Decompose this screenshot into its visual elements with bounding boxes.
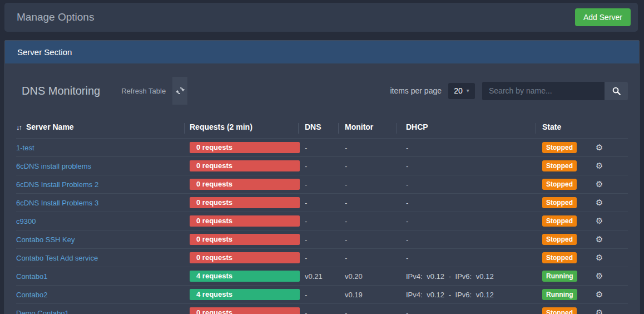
requests-badge: 0 requests: [190, 234, 300, 245]
dhcp-version-value: -: [397, 180, 536, 189]
search-group: [482, 82, 628, 100]
dns-version-value: -: [298, 180, 338, 189]
gear-icon[interactable]: ⚙: [596, 161, 603, 170]
add-server-button[interactable]: Add Server: [575, 8, 631, 26]
page-title: Manage Options: [17, 11, 94, 23]
dhcp-version-value: IPv4: v0.12 - IPv6: v0.12: [397, 272, 536, 281]
monitor-version-value: v0.19: [338, 291, 397, 299]
manage-options-bar: Manage Options Add Server: [4, 3, 638, 32]
monitor-version-value: -: [338, 236, 397, 244]
gear-icon[interactable]: ⚙: [596, 308, 603, 314]
gear-icon[interactable]: ⚙: [596, 290, 603, 299]
dns-version-value: -: [298, 236, 338, 244]
header-monitor: Monitor: [338, 122, 397, 131]
server-name-link[interactable]: 6cDNS Install Problems 2: [16, 180, 98, 189]
gear-icon[interactable]: ⚙: [596, 179, 603, 189]
requests-badge: 0 requests: [190, 252, 300, 263]
gear-icon[interactable]: ⚙: [596, 253, 603, 262]
table-row: Contabo Test Add service 0 requests - - …: [16, 248, 628, 267]
refresh-table-button[interactable]: [172, 77, 187, 105]
dns-version-value: -: [298, 199, 338, 207]
table-row: Contabo SSH Key 0 requests - - - Stopped…: [16, 230, 628, 248]
table-row: 6cDNS Install Problems 3 0 requests - - …: [16, 193, 628, 212]
requests-badge: 4 requests: [190, 271, 300, 282]
dhcp-version-value: -: [397, 162, 536, 170]
state-badge: Stopped: [542, 179, 577, 190]
gear-icon[interactable]: ⚙: [596, 143, 603, 152]
search-button[interactable]: [605, 82, 628, 100]
dns-version-value: -: [298, 254, 338, 262]
server-name-link[interactable]: 6cDNS Install Problems 3: [16, 199, 98, 207]
table-row: c9300 0 requests - - - Stopped ⚙: [16, 212, 628, 230]
table-row: Contabo1 4 requests v0.21 v0.20 IPv4: v0…: [16, 267, 628, 285]
server-name-link[interactable]: 6cDNS install problems: [16, 162, 91, 170]
state-badge: Stopped: [542, 252, 577, 263]
monitor-version-value: v0.20: [338, 272, 397, 281]
panel-title: DNS Monitoring: [22, 85, 100, 97]
caret-down-icon: ▾: [467, 88, 469, 94]
refresh-table-label: Refresh Table: [121, 87, 166, 95]
requests-badge: 0 requests: [190, 197, 300, 208]
state-badge: Stopped: [542, 234, 577, 245]
server-name-link[interactable]: 1-test: [16, 144, 34, 152]
gear-icon[interactable]: ⚙: [596, 198, 603, 207]
dhcp-version-value: IPv4: v0.12 - IPv6: v0.12: [397, 291, 536, 299]
search-input[interactable]: [482, 82, 605, 100]
table-row: Contabo2 4 requests - v0.19 IPv4: v0.12 …: [16, 285, 628, 303]
monitor-version-value: -: [338, 180, 397, 189]
monitor-version-value: -: [338, 144, 397, 152]
server-name-link[interactable]: Contabo2: [16, 291, 47, 299]
server-name-link[interactable]: Contabo Test Add service: [16, 254, 98, 262]
section-title: Server Section: [17, 47, 72, 57]
dhcp-version-value: -: [397, 254, 536, 262]
monitor-version-value: -: [338, 162, 397, 170]
table-header-row: ↓↑ Server Name Requests (2 min) DNS Moni…: [16, 116, 628, 138]
dns-version-value: v0.21: [298, 272, 338, 281]
dhcp-version-value: -: [397, 144, 536, 152]
state-badge: Stopped: [542, 307, 577, 314]
server-name-link[interactable]: Contabo SSH Key: [16, 236, 75, 244]
dhcp-version-value: -: [397, 236, 536, 244]
table-row: 6cDNS install problems 0 requests - - - …: [16, 156, 628, 175]
requests-badge: 0 requests: [190, 215, 300, 227]
items-per-page-select[interactable]: 20 ▾: [448, 83, 475, 99]
dns-version-value: -: [298, 144, 338, 152]
requests-badge: 0 requests: [190, 160, 300, 171]
sort-arrows-icon[interactable]: ↓↑: [16, 123, 21, 131]
state-badge: Stopped: [542, 160, 577, 171]
items-per-page-value: 20: [454, 86, 463, 95]
state-badge: Running: [542, 271, 577, 282]
refresh-icon: [175, 86, 185, 96]
state-badge: Stopped: [542, 142, 577, 153]
header-server-name[interactable]: ↓↑ Server Name: [16, 122, 184, 131]
state-badge: Running: [542, 289, 577, 300]
search-icon: [612, 86, 621, 96]
gear-icon[interactable]: ⚙: [596, 271, 603, 281]
server-name-link[interactable]: c9300: [16, 217, 36, 225]
toolbar-right-group: items per page 20 ▾: [390, 82, 628, 100]
header-dns: DNS: [298, 122, 338, 131]
server-table-body: 1-test 0 requests - - - Stopped ⚙ 6cDNS …: [16, 138, 628, 314]
gear-icon[interactable]: ⚙: [596, 234, 603, 244]
requests-badge: 0 requests: [190, 307, 300, 314]
dns-version-value: -: [298, 291, 338, 299]
monitor-version-value: -: [338, 217, 397, 225]
dns-version-value: -: [298, 309, 338, 314]
monitor-version-value: -: [338, 309, 397, 314]
table-toolbar: DNS Monitoring Refresh Table items per p…: [16, 77, 628, 105]
header-state: State: [536, 122, 590, 131]
dns-version-value: -: [298, 162, 338, 170]
table-row: 6cDNS Install Problems 2 0 requests - - …: [16, 175, 628, 193]
requests-badge: 0 requests: [190, 179, 300, 190]
server-name-link[interactable]: Demo Contabo1: [16, 309, 69, 314]
table-row: Demo Contabo1 0 requests - - - Stopped ⚙: [16, 303, 628, 314]
dhcp-version-value: -: [397, 199, 536, 207]
dhcp-version-value: -: [397, 217, 536, 225]
items-per-page-label: items per page: [390, 86, 442, 95]
server-name-link[interactable]: Contabo1: [16, 272, 47, 281]
monitor-version-value: -: [338, 254, 397, 262]
gear-icon[interactable]: ⚙: [596, 216, 603, 225]
requests-badge: 0 requests: [190, 142, 300, 153]
server-section-card: Server Section DNS Monitoring Refresh Ta…: [4, 40, 640, 314]
header-server-name-label: Server Name: [26, 122, 74, 131]
